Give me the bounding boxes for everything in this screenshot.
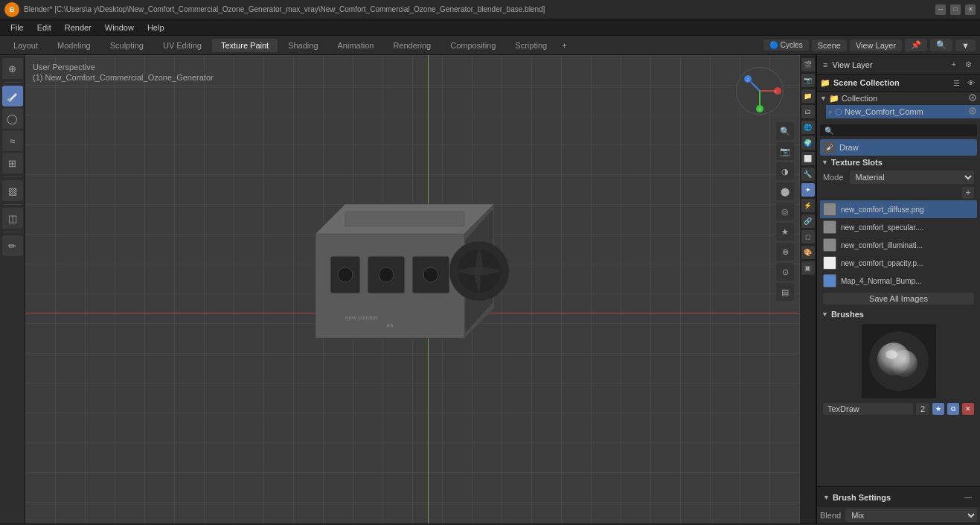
slot-item-specular[interactable]: new_comfort_specular.... [820, 218, 977, 236]
blender-logo: B [4, 2, 19, 17]
brush-preview-container [862, 324, 936, 398]
rendered-btn[interactable]: ★ [776, 223, 794, 241]
view-layer-add-btn[interactable]: + [948, 59, 960, 71]
gizmo-circle[interactable]: X Y Z [736, 67, 784, 115]
slot-item-normal[interactable]: Map_4_Normal_Bump... [820, 272, 977, 290]
tab-texture-paint[interactable]: Texture Paint [212, 39, 278, 52]
navigation-gizmo[interactable]: X Y Z [736, 67, 788, 119]
add-texture-slot-btn[interactable]: + [962, 187, 974, 199]
texture-slots-header[interactable]: ▼ Texture Slots [820, 156, 977, 169]
tab-compositing[interactable]: Compositing [441, 39, 505, 52]
tree-item-object[interactable]: ▸ ⬡ New_Comfort_Comm [826, 105, 980, 118]
render-engine-selector[interactable]: 🔵 Cycles [763, 39, 809, 51]
search-input[interactable] [836, 126, 973, 135]
brush-delete-icon[interactable]: ✕ [962, 403, 974, 415]
scene-selector[interactable]: Scene [812, 39, 847, 51]
prop-render-icon[interactable]: 📷 [801, 74, 815, 87]
draw-tool-item[interactable]: 🖌 Draw [820, 139, 977, 156]
workspace-tabs: Layout Modeling Sculpting UV Editing Tex… [0, 36, 980, 55]
tab-uv-editing[interactable]: UV Editing [154, 39, 211, 52]
menu-render[interactable]: Render [59, 22, 97, 34]
brush-favorite-icon[interactable]: ★ [932, 403, 944, 415]
search-global[interactable]: 🔍 [930, 39, 952, 51]
overlay-btn[interactable]: ⊗ [776, 243, 794, 261]
add-workspace-button[interactable]: + [557, 39, 571, 51]
close-button[interactable]: ✕ [965, 4, 976, 15]
blend-mode-select[interactable]: Mix [845, 509, 977, 522]
collection-vis-icon[interactable] [968, 93, 977, 104]
slot-item-opacity[interactable]: new_comfort_opacity.p... [820, 254, 977, 272]
slot-item-illumination[interactable]: new_comfort_illuminati... [820, 236, 977, 254]
tab-shading[interactable]: Shading [279, 39, 327, 52]
material-preview-btn[interactable]: ◎ [776, 203, 794, 220]
tool-fill[interactable]: ▧ [2, 180, 23, 201]
menu-window[interactable]: Window [99, 22, 140, 34]
properties-search[interactable]: 🔍 [820, 124, 977, 136]
tool-paint-brush[interactable] [2, 86, 23, 106]
view-layer-settings-btn[interactable]: ⚙ [962, 59, 974, 71]
minimize-button[interactable]: ─ [935, 4, 946, 15]
tree-item-collection[interactable]: ▼ 📁 Collection [817, 92, 980, 105]
tab-rendering[interactable]: Rendering [384, 39, 440, 52]
slot-item-diffuse[interactable]: new_comfort_diffuse.png [820, 200, 977, 218]
prop-particles-icon[interactable]: ✦ [801, 183, 815, 197]
prop-data-icon[interactable]: ◻ [801, 230, 815, 244]
scene-filter-btn[interactable]: ☰ [950, 77, 962, 89]
prop-texture-icon[interactable]: ▣ [801, 261, 815, 275]
brush-copy-icon[interactable]: ⧉ [947, 403, 959, 415]
menu-edit[interactable]: Edit [31, 22, 57, 34]
main-layout: ⊕ ◯ ≈ ⊞ ▧ ◫ ✏ ◪ Texture Paint View TexDr… [0, 55, 980, 524]
grid-background: new comfort ∧∧ User Perspective (1) New_… [25, 55, 800, 524]
tab-sculpting[interactable]: Sculpting [101, 39, 153, 52]
render-preview-btn[interactable]: ◑ [776, 162, 794, 180]
brush-settings-title: Brush Settings [833, 493, 959, 502]
pin-view-layer[interactable]: 📌 [905, 39, 927, 51]
tool-mask[interactable]: ◫ [2, 208, 23, 229]
tool-cursor[interactable]: ⊕ [2, 58, 23, 79]
svg-point-32 [885, 350, 897, 359]
prop-scene2-icon[interactable]: 🌐 [801, 121, 815, 134]
svg-point-11 [379, 267, 394, 282]
maximize-button[interactable]: □ [950, 4, 961, 15]
tab-animation[interactable]: Animation [329, 39, 383, 52]
mode-select[interactable]: Material [850, 171, 974, 184]
prop-output-icon[interactable]: 📁 [801, 89, 815, 103]
viewport-canvas[interactable]: new comfort ∧∧ User Perspective (1) New_… [25, 55, 800, 524]
prop-view-layer-icon[interactable]: 🗂 [801, 105, 815, 118]
zoom-in-btn[interactable]: 🔍 [776, 122, 794, 140]
view-layer-button[interactable]: View Layer [850, 39, 902, 51]
right-side: 🎬 📷 📁 🗂 🌐 🌍 ⬜ 🔧 ✦ ⚡ 🔗 ◻ 🎨 ▣ ≡ View Layer… [800, 55, 980, 524]
scene-vis-btn[interactable]: 👁 [965, 77, 977, 89]
view-menu-btn[interactable]: ▤ [776, 283, 794, 301]
object-type-icon: ⬡ [835, 107, 842, 117]
prop-material-icon[interactable]: 🎨 [801, 246, 815, 259]
object-vis-icon[interactable] [968, 106, 977, 117]
tool-annotate[interactable]: ✏ [2, 235, 23, 256]
tool-smear[interactable]: ≈ [2, 130, 23, 151]
prop-physics-icon[interactable]: ⚡ [801, 199, 815, 212]
prop-world-icon[interactable]: 🌍 [801, 136, 815, 150]
brush-settings-collapse[interactable]: — [962, 491, 974, 503]
menu-file[interactable]: File [4, 22, 30, 34]
properties-icon-column: 🎬 📷 📁 🗂 🌐 🌍 ⬜ 🔧 ✦ ⚡ 🔗 ◻ 🎨 ▣ [800, 55, 816, 524]
window-controls[interactable]: ─ □ ✕ [935, 4, 976, 15]
camera-view-btn[interactable]: 📷 [776, 142, 794, 160]
tool-soften[interactable]: ◯ [2, 108, 23, 129]
brushes-section-header[interactable]: ▼ Brushes [820, 308, 977, 321]
prop-modifier-icon[interactable]: 🔧 [801, 168, 815, 181]
tab-modeling[interactable]: Modeling [48, 39, 100, 52]
menu-help[interactable]: Help [141, 22, 170, 34]
tab-scripting[interactable]: Scripting [506, 39, 556, 52]
prop-scene-icon[interactable]: 🎬 [801, 58, 815, 71]
save-all-images-btn[interactable]: Save All Images [823, 293, 974, 305]
prop-constraints-icon[interactable]: 🔗 [801, 214, 815, 228]
tab-layout[interactable]: Layout [4, 39, 47, 52]
viewport-3d[interactable]: ◪ Texture Paint View TexDraw Mix Radius … [25, 55, 800, 524]
slot-thumb-illumination [823, 238, 836, 252]
window-title: Blender* [C:\Users\a y\Desktop\New_Comfo… [24, 5, 931, 13]
tool-clone[interactable]: ⊞ [2, 153, 23, 174]
solid-shading-btn[interactable]: ⬤ [776, 182, 794, 200]
prop-object-icon[interactable]: ⬜ [801, 152, 815, 165]
filter-button[interactable]: ▼ [955, 39, 976, 51]
xray-btn[interactable]: ⊙ [776, 263, 794, 281]
